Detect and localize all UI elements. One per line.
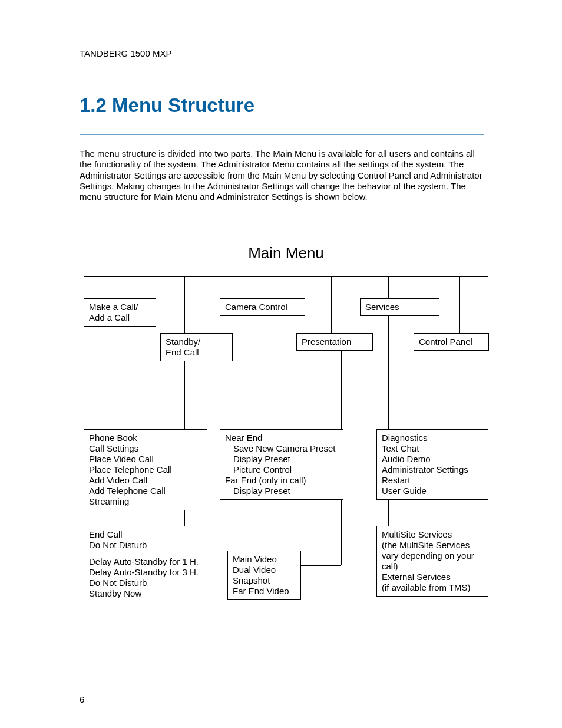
list-item: Text Chat [382, 443, 483, 454]
list-item: Place Telephone Call [89, 465, 202, 475]
list-item: Phone Book [89, 433, 202, 443]
list-item: Do Not Disturb [89, 540, 205, 551]
section-title: 1.2 Menu Structure [80, 94, 254, 117]
list-item: (the MultiSite Services vary depending o… [382, 540, 483, 572]
list-item: MultiSite Services [382, 529, 483, 540]
list-item: Dual Video [233, 565, 296, 575]
list-item: Far End Video [233, 586, 296, 597]
connector [253, 315, 253, 429]
make-call-box: Make a Call/ Add a Call [84, 298, 156, 327]
main-menu-box: Main Menu [84, 233, 488, 277]
body-paragraph: The menu structure is divided into two p… [80, 149, 484, 202]
standby-box: Standby/ End Call [160, 333, 233, 361]
list-item: Streaming [89, 496, 202, 507]
connector [448, 350, 448, 429]
list-item: User Guide [382, 486, 483, 496]
phone-book-box: Phone BookCall SettingsPlace Video CallP… [84, 429, 207, 510]
main-video-box: Main VideoDual VideoSnapshotFar End Vide… [227, 551, 301, 600]
endcall-box: End CallDo Not Disturb Delay Auto-Standb… [84, 526, 210, 602]
list-item: Administrator Settings [382, 465, 483, 475]
connector [459, 277, 460, 333]
list-item: Main Video [233, 554, 296, 565]
list-item: Audio Demo [382, 454, 483, 465]
list-item: Diagnostics [382, 433, 483, 443]
connector [253, 277, 253, 298]
title-rule [80, 134, 484, 135]
camera-control-box: Camera Control [220, 298, 305, 316]
multisite-box: MultiSite Services(the MultiSite Service… [376, 526, 488, 597]
list-item: Picture Control [225, 465, 338, 475]
list-item: Far End (only in call) [225, 475, 338, 486]
label: Standby/ End Call [166, 337, 200, 357]
presentation-box: Presentation [296, 333, 373, 351]
page-number: 6 [80, 694, 84, 704]
doc-header: TANDBERG 1500 MXP [80, 48, 171, 58]
list-item: Add Telephone Call [89, 486, 202, 496]
list-item: Near End [225, 433, 338, 443]
connector [388, 277, 389, 298]
connector [184, 277, 185, 333]
control-panel-box: Control Panel [414, 333, 489, 351]
list-item: End Call [89, 529, 205, 540]
near-end-box: Near EndSave New Camera PresetDisplay Pr… [220, 429, 343, 500]
label: Control Panel [419, 337, 472, 347]
list-item: External Services [382, 572, 483, 582]
list-item: Call Settings [89, 443, 202, 454]
list-item: Save New Camera Preset [225, 443, 338, 454]
list-item: Standby Now [89, 588, 205, 599]
connector [111, 277, 111, 298]
connector [111, 327, 111, 429]
connector [301, 565, 341, 566]
list-item: Restart [382, 475, 483, 486]
label: Make a Call/ Add a Call [89, 302, 138, 322]
diagnostics-box: DiagnosticsText ChatAudio DemoAdministra… [376, 429, 488, 500]
label: Camera Control [225, 302, 287, 312]
list-item: Delay Auto-Standby for 3 H. [89, 567, 205, 578]
list-item: Snapshot [233, 575, 296, 586]
list-item: Display Preset [225, 486, 338, 496]
connector [331, 277, 332, 333]
list-item: Display Preset [225, 454, 338, 465]
page: TANDBERG 1500 MXP 1.2 Menu Structure The… [0, 0, 562, 728]
list-item: Place Video Call [89, 454, 202, 465]
services-box: Services [360, 298, 439, 316]
label: Services [365, 302, 399, 312]
list-item: Delay Auto-Standby for 1 H. [89, 556, 205, 567]
list-item: Add Video Call [89, 475, 202, 486]
list-item: Do Not Disturb [89, 578, 205, 588]
label: Presentation [302, 337, 351, 347]
list-item: (if available from TMS) [382, 582, 483, 593]
